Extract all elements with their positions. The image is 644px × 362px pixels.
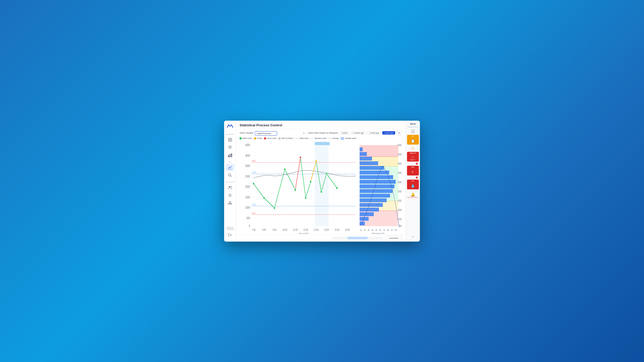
sidebar-item-hierarchy[interactable] — [226, 199, 234, 207]
svg-point-68 — [263, 197, 265, 199]
date-btn-1week[interactable]: 1 week ago — [382, 131, 395, 135]
svg-point-7 — [228, 147, 228, 147]
svg-text:VUCL: VUCL — [252, 171, 257, 174]
legend-label-ops: Operation Limits — [314, 137, 326, 139]
svg-rect-19 — [228, 204, 229, 204]
svg-text:9:00: 9:00 — [273, 228, 276, 231]
svg-text:11:00: 11:00 — [293, 228, 298, 231]
svg-text:3500: 3500 — [245, 154, 250, 157]
svg-rect-20 — [230, 204, 231, 204]
sidebar-scroll-thumb — [227, 227, 233, 230]
main-content: Statistical Process Control Select Varia… — [236, 121, 405, 242]
alert-card-est[interactable]: Est 💧 — [407, 180, 419, 189]
svg-rect-1 — [228, 139, 232, 140]
svg-point-74 — [310, 181, 311, 183]
svg-point-71 — [294, 189, 296, 191]
sidebar-item-menu[interactable] — [226, 136, 234, 143]
sidebar-item-chart[interactable] — [226, 152, 234, 159]
svg-rect-123 — [360, 166, 384, 170]
page-title: Statistical Process Control — [240, 123, 402, 127]
legend-operation-limits: Operation Limits — [310, 137, 326, 139]
svg-rect-121 — [360, 175, 393, 179]
svg-text:2500: 2500 — [245, 175, 250, 178]
svg-text:VLCL: VLCL — [252, 203, 256, 206]
legend-dot-ool — [264, 137, 266, 139]
sidebar-item-logout[interactable] — [226, 231, 234, 239]
svg-point-72 — [300, 156, 301, 158]
legend-variable-name: "Variable Name" — [341, 137, 357, 139]
svg-rect-112 — [360, 217, 369, 221]
svg-rect-18 — [230, 201, 231, 202]
svg-rect-118 — [360, 189, 393, 193]
svg-point-75 — [315, 160, 317, 162]
svg-text:14:00: 14:00 — [324, 228, 329, 231]
sidebar-bottom — [226, 227, 234, 239]
legend-out-of-limits: Out of Limits — [264, 137, 276, 139]
bookmark-icon[interactable] — [410, 129, 416, 134]
sidebar-item-analytics[interactable] — [226, 164, 234, 171]
svg-rect-29 — [238, 141, 359, 234]
variable-select[interactable]: Liquid Pressure — [255, 131, 277, 136]
svg-text:50: 50 — [376, 228, 377, 231]
svg-rect-119 — [360, 184, 394, 188]
svg-point-17 — [229, 195, 231, 196]
svg-rect-10 — [230, 154, 231, 157]
search-button[interactable] — [397, 130, 402, 136]
svg-rect-30 — [315, 141, 328, 226]
red-dot-indicator — [416, 163, 418, 165]
svg-text:UCL: UCL — [252, 160, 256, 162]
alerts-header: Alerts — [410, 123, 416, 125]
svg-text:70: 70 — [383, 228, 385, 231]
svg-text:0: 0 — [249, 224, 250, 227]
sidebar-item-gear[interactable] — [226, 192, 234, 199]
alert-card-risk-body: ≡ — [407, 168, 419, 175]
svg-rect-114 — [360, 208, 379, 211]
load-more-button[interactable]: Load More — [385, 236, 402, 241]
alert-card-risk[interactable]: Risk ≡ — [407, 166, 419, 175]
legend-dot-within — [240, 137, 242, 139]
variable-select-wrapper: Liquid Pressure — [255, 130, 306, 136]
chart-legend: Within Limits At Risk Out of Limits "Ale… — [236, 137, 405, 140]
svg-text:16:00: 16:00 — [345, 228, 350, 231]
svg-text:13:00: 13:00 — [314, 228, 319, 231]
alert-card-est-header: Est — [407, 180, 419, 182]
legend-valiot-limits: Valiot Limits — [296, 137, 309, 139]
sidebar-item-team[interactable] — [226, 184, 234, 191]
svg-rect-113 — [360, 212, 374, 216]
date-btn-1month[interactable]: 1 month ago — [367, 131, 381, 135]
svg-text:2000: 2000 — [245, 185, 250, 189]
not-read-alerts-section: 🔔 Not Read Alerts — [407, 192, 418, 199]
alert-card-fit-body: 📋 — [407, 137, 419, 145]
svg-rect-0 — [228, 138, 232, 139]
sidebar-item-list[interactable] — [226, 144, 234, 151]
legend-line-avg — [329, 138, 332, 139]
date-btn-3months[interactable]: 3 months ago — [351, 131, 366, 135]
legend-dot-risk — [254, 137, 256, 139]
svg-point-69 — [274, 207, 275, 209]
svg-text:40: 40 — [372, 228, 374, 231]
histogram-svg: 5000 4500 4000 3500 3000 2500 2000 1500 … — [360, 141, 403, 234]
svg-rect-5 — [229, 148, 232, 148]
svg-text:LCL: LCL — [252, 211, 255, 214]
app-window: Planning SPC Settings — [224, 121, 420, 242]
svg-rect-3 — [229, 146, 232, 146]
svg-text:8:00: 8:00 — [262, 228, 266, 231]
svg-text:10:00: 10:00 — [283, 228, 287, 231]
legend-label-ool: Out of Limits — [267, 137, 276, 139]
svg-rect-124 — [360, 161, 378, 165]
legend-label-avg: Average — [333, 137, 339, 139]
svg-rect-125 — [360, 157, 372, 161]
date-btn-custom[interactable]: Custom — [340, 131, 350, 135]
date-range-label: Select Date Range for Histogram — [308, 132, 338, 134]
svg-point-16 — [231, 186, 232, 187]
scroll-track[interactable] — [332, 237, 383, 239]
collapse-button[interactable]: « — [410, 234, 416, 240]
alert-card-fit[interactable]: Fit 📋 — [407, 135, 419, 145]
alert-card-pattern[interactable]: Pattern #1 ↑↓ Pattern #1 — [407, 152, 419, 162]
select-variable-label: Select Variable — [240, 132, 253, 134]
svg-rect-9 — [228, 155, 229, 157]
svg-rect-117 — [360, 194, 390, 198]
sidebar-item-search[interactable] — [226, 172, 234, 179]
legend-at-risk: At Risk — [254, 137, 262, 139]
svg-text:3000: 3000 — [245, 164, 250, 168]
